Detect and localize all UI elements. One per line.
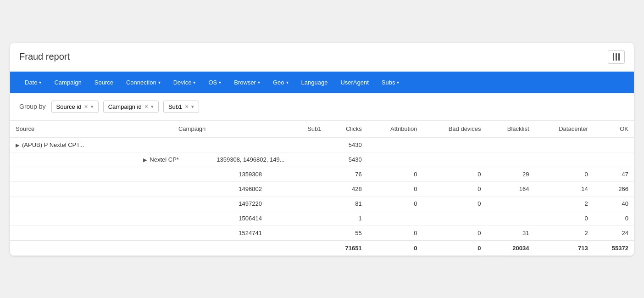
cell-sub1: 1506414 bbox=[211, 211, 327, 225]
cell-attribution: 0 bbox=[367, 181, 423, 196]
cell-campaign bbox=[127, 225, 211, 241]
filter-btn-device[interactable]: Device▾ bbox=[168, 76, 201, 89]
col-header-campaign: Campaign bbox=[127, 121, 211, 137]
table-body: ▶(APUB) P Nextel CPT...5430▶Nextel CP*13… bbox=[10, 137, 634, 256]
columns-button[interactable] bbox=[608, 50, 625, 64]
cell-datacenter: 713 bbox=[535, 241, 594, 256]
cell-blacklist: 164 bbox=[486, 181, 534, 196]
filter-btn-connection[interactable]: Connection▾ bbox=[121, 76, 166, 89]
cell-attribution bbox=[367, 211, 423, 225]
filter-btn-date[interactable]: Date▾ bbox=[19, 76, 47, 89]
cell-source bbox=[10, 181, 127, 196]
cell-attribution bbox=[367, 137, 423, 152]
cell-source bbox=[10, 167, 127, 181]
cell-source: ▶(APUB) P Nextel CPT... bbox=[10, 137, 127, 152]
table-row: ▶(APUB) P Nextel CPT...5430 bbox=[10, 137, 634, 152]
cell-ok: 40 bbox=[594, 196, 634, 211]
cell-datacenter: 14 bbox=[535, 181, 594, 196]
cell-blacklist: 31 bbox=[486, 225, 534, 241]
col-header-bad-devices: Bad devices bbox=[423, 121, 487, 137]
cell-clicks: 55 bbox=[327, 225, 367, 241]
cell-blacklist bbox=[486, 196, 534, 211]
cell-clicks: 76 bbox=[327, 167, 367, 181]
table-row: 1359308760029047 bbox=[10, 167, 634, 181]
cell-ok: 55372 bbox=[594, 241, 634, 256]
cell-clicks: 5430 bbox=[327, 137, 367, 152]
cell-bad-devices bbox=[423, 137, 487, 152]
cell-campaign bbox=[127, 196, 211, 211]
cell-blacklist bbox=[486, 211, 534, 225]
groupby-chip[interactable]: Campaign id×▾ bbox=[103, 101, 159, 113]
cell-attribution bbox=[367, 152, 423, 167]
cell-sub1: 1359308 bbox=[211, 167, 327, 181]
cell-bad-devices bbox=[423, 152, 487, 167]
table-row: 14972208100240 bbox=[10, 196, 634, 211]
cell-ok: 47 bbox=[594, 167, 634, 181]
cell-attribution: 0 bbox=[367, 196, 423, 211]
table-header: SourceCampaignSub1ClicksAttributionBad d… bbox=[10, 121, 634, 137]
filter-btn-language[interactable]: Language bbox=[296, 76, 333, 89]
table-row: 1524741550031224 bbox=[10, 225, 634, 241]
groupby-chip[interactable]: Source id×▾ bbox=[51, 101, 99, 113]
cell-ok: 0 bbox=[594, 211, 634, 225]
cell-datacenter: 0 bbox=[535, 167, 594, 181]
cell-source bbox=[10, 196, 127, 211]
cell-attribution: 0 bbox=[367, 225, 423, 241]
cell-source bbox=[10, 211, 127, 225]
cell-clicks: 71651 bbox=[327, 241, 367, 256]
filter-btn-useragent[interactable]: UserAgent bbox=[335, 76, 374, 89]
col-header-clicks: Clicks bbox=[327, 121, 367, 137]
cell-ok bbox=[594, 137, 634, 152]
cell-campaign bbox=[127, 181, 211, 196]
table-row: ▶Nextel CP*1359308, 1496802, 149...5430 bbox=[10, 152, 634, 167]
col-header-ok: OK bbox=[594, 121, 634, 137]
cell-bad-devices: 0 bbox=[423, 196, 487, 211]
cell-datacenter: 0 bbox=[535, 211, 594, 225]
cell-blacklist: 29 bbox=[486, 167, 534, 181]
col-header-sub1: Sub1 bbox=[211, 121, 327, 137]
filter-btn-os[interactable]: OS▾ bbox=[203, 76, 227, 89]
cell-campaign bbox=[127, 137, 211, 152]
groupby-section: Group by Source id×▾Campaign id×▾Sub1×▾ bbox=[10, 93, 634, 121]
col-header-datacenter: Datacenter bbox=[535, 121, 594, 137]
cell-clicks: 5430 bbox=[327, 152, 367, 167]
cell-campaign bbox=[127, 167, 211, 181]
cell-ok: 266 bbox=[594, 181, 634, 196]
cell-campaign bbox=[127, 211, 211, 225]
cell-bad-devices: 0 bbox=[423, 167, 487, 181]
cell-attribution: 0 bbox=[367, 241, 423, 256]
col-header-source: Source bbox=[10, 121, 127, 137]
table-row: 71651002003471355372 bbox=[10, 241, 634, 256]
cell-bad-devices: 0 bbox=[423, 181, 487, 196]
cell-sub1: 1496802 bbox=[211, 181, 327, 196]
filter-bar: Date▾CampaignSourceConnection▾Device▾OS▾… bbox=[10, 72, 634, 93]
cell-bad-devices: 0 bbox=[423, 225, 487, 241]
cell-datacenter bbox=[535, 137, 594, 152]
filter-btn-browser[interactable]: Browser▾ bbox=[228, 76, 266, 89]
col-header-attribution: Attribution bbox=[367, 121, 423, 137]
groupby-chips: Source id×▾Campaign id×▾Sub1×▾ bbox=[51, 101, 200, 113]
table-row: 14968024280016414266 bbox=[10, 181, 634, 196]
filter-btn-campaign[interactable]: Campaign bbox=[49, 76, 87, 89]
filter-btn-geo[interactable]: Geo▾ bbox=[267, 76, 294, 89]
cell-ok bbox=[594, 152, 634, 167]
cell-clicks: 81 bbox=[327, 196, 367, 211]
cell-sub1: 1497220 bbox=[211, 196, 327, 211]
cell-blacklist: 20034 bbox=[486, 241, 534, 256]
cell-sub1 bbox=[211, 137, 327, 152]
card-header: Fraud report bbox=[10, 43, 634, 72]
cell-bad-devices: 0 bbox=[423, 241, 487, 256]
cell-campaign: ▶Nextel CP* bbox=[127, 152, 211, 167]
filter-btn-source[interactable]: Source bbox=[89, 76, 119, 89]
cell-clicks: 428 bbox=[327, 181, 367, 196]
cell-sub1: 1359308, 1496802, 149... bbox=[211, 152, 327, 167]
col-header-blacklist: Blacklist bbox=[486, 121, 534, 137]
filter-btn-subs[interactable]: Subs▾ bbox=[376, 76, 405, 89]
cell-blacklist bbox=[486, 152, 534, 167]
cell-datacenter: 2 bbox=[535, 196, 594, 211]
cell-campaign bbox=[127, 241, 211, 256]
groupby-chip[interactable]: Sub1×▾ bbox=[163, 101, 200, 113]
data-table: SourceCampaignSub1ClicksAttributionBad d… bbox=[10, 121, 634, 256]
cell-source bbox=[10, 241, 127, 256]
cell-ok: 24 bbox=[594, 225, 634, 241]
